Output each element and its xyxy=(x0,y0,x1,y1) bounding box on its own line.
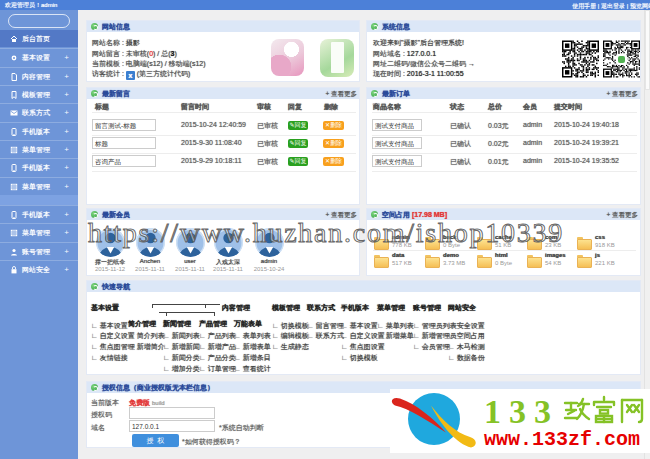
svg-text:www.133zf.com: www.133zf.com xyxy=(484,428,640,451)
svg-text:133: 133 xyxy=(484,393,559,430)
